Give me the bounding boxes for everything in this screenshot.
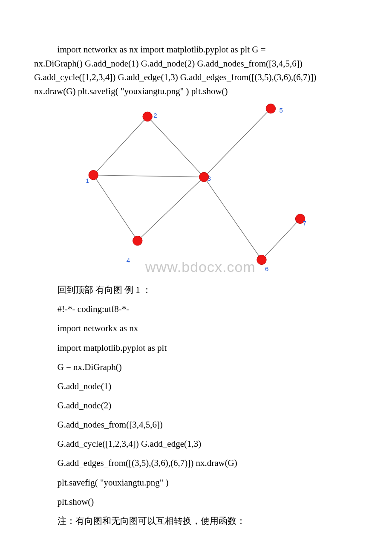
graph-node-label: 5 [279,107,282,114]
code-line: import matplotlib.pyplot as plt [34,338,358,358]
code-line: G.add_nodes_from([3,4,5,6]) [34,415,358,434]
code-line: G.add_node(1) [34,377,358,396]
graph-edge [93,175,138,241]
graph-edge [93,175,204,177]
code-line: plt.savefig( "youxiangtu.png" ) [34,473,358,492]
code-line: plt.show() [34,492,358,512]
graph-node-label: 1 [86,177,89,184]
graph-node [143,112,152,121]
document-page: import networkx as nx import matplotlib.… [0,0,392,555]
code-line: G.add_cycle([1,2,3,4]) G.add_edge(1,3) [34,434,358,454]
graph-node-label: 6 [265,265,268,272]
graph-edge [138,177,204,241]
graph-edge [93,117,147,175]
code-line: #!-*- coding:utf8-*- [34,300,358,319]
graph-figure: 1234567 www.bdocx.com [77,101,315,280]
code-line: import networkx as nx [34,319,358,338]
code-line: G.add_node(2) [34,396,358,415]
graph-node [257,255,266,264]
graph-node [89,171,98,180]
intro-line-2: nx.DiGraph() G.add_node(1) G.add_node(2)… [34,57,358,98]
graph-svg [77,101,315,269]
graph-edge [262,219,300,260]
graph-edge [147,117,204,177]
graph-node [133,236,142,246]
watermark-text: www.bdocx.com [145,259,256,275]
graph-node [266,104,275,113]
section-heading: 回到顶部 有向图 例 1 ： [34,280,358,300]
graph-node-label: 3 [208,175,211,182]
graph-node-label: 7 [303,220,306,227]
code-line: G.add_edges_from([(3,5),(3,6),(6,7)]) nx… [34,454,358,473]
code-line: G = nx.DiGraph() [34,358,358,377]
graph-edges [93,109,300,260]
intro-paragraph: import networkx as nx import matplotlib.… [34,43,358,98]
graph-edge [204,109,271,177]
graph-edge [204,177,262,260]
code-block: #!-*- coding:utf8-*-import networkx as n… [34,300,358,512]
graph-node-label: 2 [153,112,157,119]
graph-node-label: 4 [127,257,130,264]
note-line: 注：有向图和无向图可以互相转换，使用函数： [34,512,358,531]
body-text: 回到顶部 有向图 例 1 ： #!-*- coding:utf8-*-impor… [34,280,358,531]
intro-line-1: import networkx as nx import matplotlib.… [34,43,358,57]
